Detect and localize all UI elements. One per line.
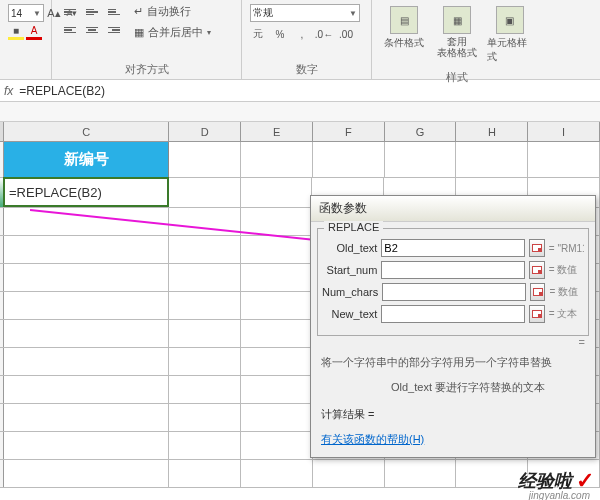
align-top-icon[interactable] (60, 4, 80, 20)
align-center-icon[interactable] (82, 22, 102, 38)
alignment-group-title: 对齐方式 (60, 62, 233, 77)
cell[interactable] (241, 460, 313, 487)
range-picker-button[interactable] (530, 283, 545, 301)
cell[interactable] (169, 432, 241, 459)
col-header[interactable]: C (4, 122, 169, 141)
table-row (0, 460, 600, 488)
cell[interactable] (169, 404, 241, 431)
cell[interactable] (385, 142, 457, 177)
cell[interactable] (241, 208, 313, 235)
conditional-format-button[interactable]: ▤条件格式 (380, 4, 429, 52)
comma-icon[interactable]: , (294, 26, 310, 42)
cell[interactable] (169, 348, 241, 375)
range-picker-button[interactable] (529, 305, 544, 323)
cell[interactable] (169, 208, 241, 235)
align-bottom-icon[interactable] (104, 4, 124, 20)
wrap-text-button[interactable]: ↵自动换行 (134, 4, 211, 19)
sheet-strip (0, 102, 600, 122)
col-header[interactable]: F (313, 122, 385, 141)
styles-group: ▤条件格式 ▦套用 表格格式 ▣单元格样式 样式 (372, 0, 542, 79)
num-chars-input[interactable] (382, 283, 526, 301)
cell[interactable] (241, 264, 313, 291)
currency-icon[interactable]: 元 (250, 26, 266, 42)
cell[interactable] (241, 236, 313, 263)
wrap-text-label: 自动换行 (147, 4, 191, 19)
align-left-icon[interactable] (60, 22, 80, 38)
cell[interactable] (313, 460, 385, 487)
param-result: = 数值 (549, 285, 584, 299)
active-cell[interactable]: =REPLACE(B2) (3, 177, 169, 207)
cell[interactable] (241, 320, 313, 347)
align-middle-icon[interactable] (82, 4, 102, 20)
increase-decimal-icon[interactable]: .0← (316, 26, 332, 42)
param-result: = 数值 (549, 263, 584, 277)
number-group-title: 数字 (250, 62, 363, 77)
table-row: 新编号 (0, 142, 600, 178)
cell[interactable] (169, 142, 241, 177)
range-picker-button[interactable] (529, 239, 544, 257)
start-num-input[interactable] (381, 261, 525, 279)
cell[interactable] (456, 142, 528, 177)
formula-input[interactable]: =REPLACE(B2) (19, 84, 596, 98)
col-header[interactable]: E (241, 122, 313, 141)
param-label: New_text (322, 308, 377, 320)
merge-center-button[interactable]: ▦合并后居中▾ (134, 25, 211, 40)
old-text-input[interactable] (381, 239, 525, 257)
col-header[interactable]: D (169, 122, 241, 141)
cell[interactable] (241, 348, 313, 375)
cell[interactable] (169, 292, 241, 319)
param-row-start-num: Start_num = 数值 (322, 261, 584, 279)
cell[interactable] (241, 178, 313, 207)
help-link[interactable]: 有关该函数的帮助(H) (321, 433, 424, 445)
table-header-cell[interactable]: 新编号 (4, 142, 169, 177)
cell[interactable] (169, 236, 241, 263)
cell[interactable] (169, 460, 241, 487)
range-picker-icon (532, 266, 542, 274)
cell[interactable] (241, 142, 313, 177)
number-group: 常规▼ 元 % , .0← .00 数字 (242, 0, 372, 79)
cell[interactable] (4, 292, 169, 319)
cell[interactable] (241, 432, 313, 459)
number-format-select[interactable]: 常规▼ (250, 4, 360, 22)
cell[interactable] (169, 178, 241, 207)
cell[interactable] (169, 264, 241, 291)
decrease-decimal-icon[interactable]: .00 (338, 26, 354, 42)
param-row-old-text: Old_text = "RM111 (322, 239, 584, 257)
align-right-icon[interactable] (104, 22, 124, 38)
cell[interactable] (4, 264, 169, 291)
cell[interactable] (169, 320, 241, 347)
cell[interactable] (241, 292, 313, 319)
cell[interactable] (4, 404, 169, 431)
col-header[interactable]: I (528, 122, 600, 141)
cell[interactable] (528, 142, 600, 177)
cell[interactable] (169, 376, 241, 403)
cell[interactable] (313, 142, 385, 177)
percent-icon[interactable]: % (272, 26, 288, 42)
column-headers: C D E F G H I (0, 122, 600, 142)
cell[interactable] (4, 432, 169, 459)
col-header[interactable]: G (385, 122, 457, 141)
cell[interactable] (4, 348, 169, 375)
number-format-value: 常规 (253, 6, 273, 20)
cell[interactable] (4, 376, 169, 403)
new-text-input[interactable] (381, 305, 525, 323)
fill-color-icon[interactable]: ■ (8, 24, 24, 40)
font-color-icon[interactable]: A (26, 24, 42, 40)
ribbon: 14▼ A▴ A▾ ■ A ↵自动换行 (0, 0, 600, 80)
cell[interactable] (385, 460, 457, 487)
wrap-icon: ↵ (134, 5, 143, 18)
cell[interactable] (4, 236, 169, 263)
font-size-select[interactable]: 14▼ (8, 4, 44, 22)
cell[interactable] (241, 404, 313, 431)
cell[interactable] (4, 460, 169, 487)
cell-styles-button[interactable]: ▣单元格样式 (485, 4, 534, 66)
formula-bar: fx =REPLACE(B2) (0, 80, 600, 102)
range-picker-button[interactable] (529, 261, 544, 279)
cell[interactable] (4, 320, 169, 347)
format-as-table-button[interactable]: ▦套用 表格格式 (433, 4, 482, 60)
cell[interactable] (4, 208, 169, 235)
chevron-down-icon: ▾ (207, 28, 211, 37)
cell[interactable] (241, 376, 313, 403)
fx-icon[interactable]: fx (4, 84, 13, 98)
col-header[interactable]: H (456, 122, 528, 141)
